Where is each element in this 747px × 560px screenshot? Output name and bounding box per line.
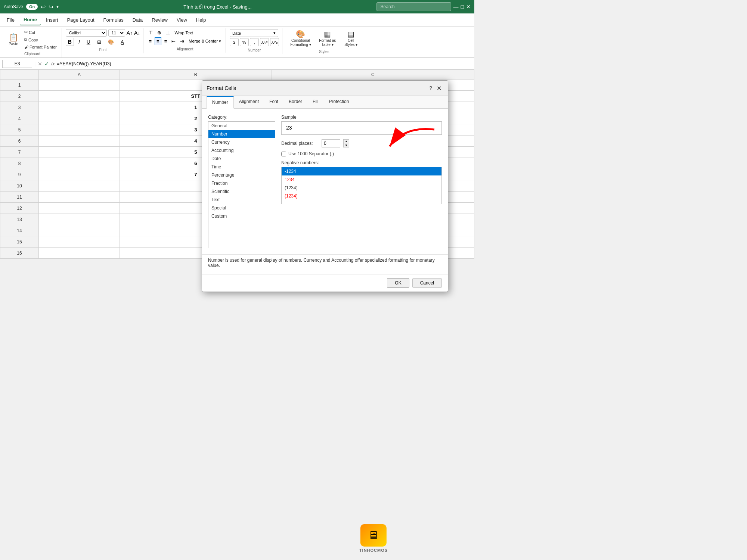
confirm-formula-icon[interactable]: ✓ [44,61,49,67]
paste-button[interactable]: 📋 Paste [6,32,21,47]
cell-a4[interactable] [39,113,120,124]
indent-decrease-icon[interactable]: ⇤ [170,38,177,45]
cell-a12[interactable] [39,203,120,214]
redo-icon[interactable]: ↪ [49,3,53,10]
align-center-icon[interactable]: ≡ [155,37,161,45]
decimal-places-input[interactable] [322,139,340,147]
negative-item-1[interactable]: 1234 [282,175,441,184]
font-color-button[interactable]: A̲ [118,38,126,46]
cut-button[interactable]: ✂ Cut [22,29,59,35]
category-percentage[interactable]: Percentage [208,171,275,179]
tab-alignment[interactable]: Alignment [234,96,264,109]
menu-item-view[interactable]: View [173,15,191,25]
merge-center-button[interactable]: Merge & Center ▾ [187,38,223,44]
menu-item-help[interactable]: Help [192,15,210,25]
underline-button[interactable]: U [84,38,93,46]
currency-button[interactable]: $ [230,38,239,46]
close-icon[interactable]: ✕ [466,4,471,10]
cancel-formula-icon[interactable]: ✕ [38,61,42,67]
separator-checkbox[interactable] [281,152,286,156]
category-custom[interactable]: Custom [208,212,275,220]
menu-item-insert[interactable]: Insert [42,15,62,25]
wrap-text-button[interactable]: Wrap Text [173,30,194,36]
align-top-icon[interactable]: ⊤ [147,29,154,36]
cell-a16[interactable] [39,248,120,259]
cell-a3[interactable] [39,102,120,113]
align-left-icon[interactable]: ≡ [147,38,153,45]
spinner-up-icon[interactable]: ▲ [344,140,349,143]
cell-a13[interactable] [39,214,120,225]
dialog-help-icon[interactable]: ? [429,85,432,91]
cell-a15[interactable] [39,236,120,248]
decimal-decrease-button[interactable]: .0↘ [270,38,279,46]
tab-protection[interactable]: Protection [323,96,354,109]
cell-a6[interactable] [39,136,120,147]
cell-a2[interactable] [39,91,120,102]
negative-item-0[interactable]: -1234 [282,167,441,175]
spinner-down-icon[interactable]: ▼ [344,143,349,147]
category-list[interactable]: General Number Currency Accounting Date … [208,121,275,248]
fill-color-button[interactable]: 🎨 [106,38,116,46]
negative-item-2[interactable]: (1234) [282,184,441,192]
negative-item-3[interactable]: (1234) [282,192,441,200]
increase-font-icon[interactable]: A↑ [127,30,133,36]
copy-button[interactable]: ⧉ Copy [22,37,59,43]
cell-a7[interactable] [39,147,120,158]
cancel-button[interactable]: Cancel [412,278,442,288]
font-size-selector[interactable]: 11 [108,29,125,37]
undo-icon[interactable]: ↩ [41,3,46,10]
align-right-icon[interactable]: ≡ [163,38,169,45]
menu-item-pagelayout[interactable]: Page Layout [63,15,98,25]
conditional-formatting-button[interactable]: 🎨 ConditionalFormatting ▾ [288,29,313,48]
percent-button[interactable]: % [240,38,249,46]
minimize-icon[interactable]: — [453,4,459,10]
category-general[interactable]: General [208,122,275,130]
indent-increase-icon[interactable]: ⇥ [179,38,186,45]
cell-a5[interactable] [39,124,120,136]
format-as-table-button[interactable]: ▦ Format asTable ▾ [316,29,339,48]
cell-a9[interactable] [39,169,120,180]
number-format-dropdown[interactable]: Date ▾ [230,29,278,37]
borders-button[interactable]: ⊞ [95,38,103,46]
cell-a14[interactable] [39,225,120,236]
autosave-badge[interactable]: On [26,4,38,10]
decrease-font-icon[interactable]: A↓ [134,30,140,36]
italic-button[interactable]: I [76,38,82,46]
category-text[interactable]: Text [208,196,275,204]
maximize-icon[interactable]: □ [461,4,464,10]
category-time[interactable]: Time [208,163,275,171]
cell-a11[interactable] [39,192,120,203]
comma-button[interactable]: , [250,38,259,46]
category-scientific[interactable]: Scientific [208,187,275,196]
insert-function-icon[interactable]: fx [51,61,55,66]
category-date[interactable]: Date [208,155,275,163]
cell-a8[interactable] [39,158,120,169]
decimal-spinner[interactable]: ▲ ▼ [343,139,349,147]
cell-reference-input[interactable] [2,60,32,68]
negative-numbers-list[interactable]: -1234 1234 (1234) (1234) [281,167,442,204]
category-accounting[interactable]: Accounting [208,146,275,155]
customize-icon[interactable]: ▾ [56,4,59,9]
cell-a10[interactable] [39,180,120,192]
tab-font[interactable]: Font [264,96,283,109]
category-currency[interactable]: Currency [208,138,275,146]
menu-item-home[interactable]: Home [20,15,41,25]
menu-item-file[interactable]: File [3,15,18,25]
menu-item-data[interactable]: Data [129,15,146,25]
align-bottom-icon[interactable]: ⊥ [164,29,171,36]
search-input[interactable] [376,2,451,11]
decimal-increase-button[interactable]: .0↗ [260,38,269,46]
category-special[interactable]: Special [208,204,275,212]
tab-border[interactable]: Border [283,96,307,109]
category-number[interactable]: Number [208,130,275,138]
bold-button[interactable]: B [66,38,74,46]
menu-item-formulas[interactable]: Formulas [100,15,127,25]
menu-item-review[interactable]: Review [148,15,171,25]
font-name-selector[interactable]: Calibri [66,29,107,37]
tab-number[interactable]: Number [207,96,234,109]
category-fraction[interactable]: Fraction [208,179,275,187]
cell-styles-button[interactable]: ▤ CellStyles ▾ [342,29,360,48]
cell-a1[interactable] [39,80,120,91]
ok-button[interactable]: OK [387,278,409,288]
align-middle-icon[interactable]: ⊕ [156,29,163,36]
